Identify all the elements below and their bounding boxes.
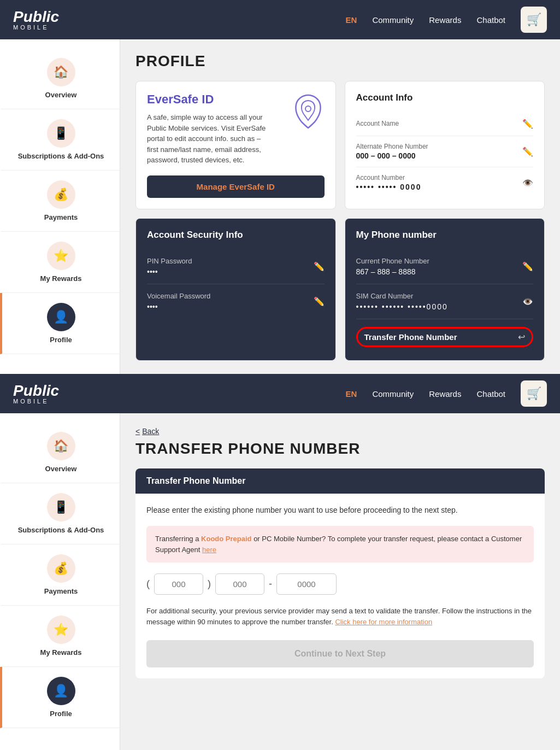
account-name-content: Account Name — [356, 120, 399, 128]
logo-2: Public MOBILE — [13, 383, 59, 405]
logo-public-2: Public — [13, 383, 59, 399]
account-name-edit-icon[interactable]: ✏️ — [522, 119, 533, 129]
dollar-icon-1: 💰 — [47, 180, 75, 209]
account-info-title: Account Info — [356, 92, 534, 103]
nav-rewards-2[interactable]: Rewards — [429, 389, 461, 399]
nav-chatbot-1[interactable]: Chatbot — [476, 15, 505, 25]
account-number-content: Account Number ••••• ••••• 0000 — [356, 174, 422, 191]
nav-community-2[interactable]: Community — [372, 389, 414, 399]
dollar-icon-2: 💰 — [47, 554, 75, 583]
eversafe-icon — [292, 92, 325, 137]
nav-chatbot-2[interactable]: Chatbot — [476, 389, 505, 399]
pin-label: PIN Password — [147, 257, 192, 265]
phone-card: My Phone number Current Phone Number 867… — [345, 218, 545, 361]
transfer-circle[interactable]: Transfer Phone Number ↩ — [356, 327, 534, 347]
logo-1: Public MOBILE — [13, 9, 59, 31]
sidebar-item-payments-2[interactable]: 💰 Payments — [0, 544, 120, 606]
pin-edit-icon[interactable]: ✏️ — [314, 261, 325, 272]
sidebar-1: 🏠 Overview 📱 Subscriptions & Add-Ons 💰 P… — [0, 39, 120, 374]
lang-toggle-2[interactable]: EN — [346, 389, 357, 399]
koodo-here-link[interactable]: here — [202, 546, 216, 554]
account-name-label: Account Name — [356, 120, 399, 127]
sim-eye-icon[interactable]: 👁️ — [522, 296, 533, 307]
voicemail-edit-icon[interactable]: ✏️ — [314, 296, 325, 307]
account-number-label: Account Number — [356, 174, 422, 181]
sidebar-2: 🏠 Overview 📱 Subscriptions & Add-Ons 💰 P… — [0, 413, 120, 750]
main-content-2: < Back TRANSFER PHONE NUMBER Transfer Ph… — [120, 413, 560, 750]
transfer-edit-icon[interactable]: ↩ — [518, 332, 525, 342]
phone-icon-2: 📱 — [47, 493, 75, 522]
cart-button-1[interactable]: 🛒 — [521, 7, 547, 33]
logo-mobile-2: MOBILE — [13, 399, 59, 405]
back-arrow: < — [135, 427, 140, 436]
sim-content: SIM Card Number •••••• •••••• •••••0000 — [356, 292, 448, 311]
sidebar-label-profile-2: Profile — [50, 710, 72, 718]
eversafe-title: EverSafe ID — [147, 92, 267, 107]
sidebar-item-rewards-1[interactable]: ⭐ My Rewards — [0, 232, 120, 293]
nav-right-2: EN Community Rewards Chatbot 🛒 — [346, 380, 547, 407]
alt-phone-edit-icon[interactable]: ✏️ — [522, 147, 533, 157]
voicemail-content: Voicemail Password •••• — [147, 292, 210, 311]
sidebar-label-rewards-2: My Rewards — [40, 648, 82, 657]
phone-input-3[interactable] — [276, 573, 337, 595]
cart-button-2[interactable]: 🛒 — [521, 380, 547, 407]
open-paren: ( — [146, 578, 150, 590]
sim-value: •••••• •••••• •••••0000 — [356, 302, 448, 311]
nav-rewards-1[interactable]: Rewards — [429, 15, 461, 25]
sidebar-label-profile-1: Profile — [50, 336, 72, 344]
transfer-form-body: Please enter the existing phone number y… — [135, 494, 545, 678]
account-number-row: Account Number ••••• ••••• 0000 👁️ — [356, 167, 534, 198]
svg-point-0 — [305, 106, 311, 112]
manage-eversafe-button[interactable]: Manage EverSafe ID — [147, 175, 325, 198]
sidebar-item-overview-1[interactable]: 🏠 Overview — [0, 48, 120, 109]
eversafe-desc: A safe, simple way to access all your Pu… — [147, 112, 267, 166]
security-note: For additional security, your previous s… — [146, 606, 534, 627]
phone-title: My Phone number — [356, 230, 534, 241]
sidebar-item-overview-2[interactable]: 🏠 Overview — [0, 422, 120, 483]
nav-community-1[interactable]: Community — [372, 15, 414, 25]
alt-phone-label: Alternate Phone Number — [356, 143, 428, 150]
sidebar-item-rewards-2[interactable]: ⭐ My Rewards — [0, 606, 120, 667]
continue-button[interactable]: Continue to Next Step — [146, 640, 534, 667]
alt-phone-value: 000 – 000 – 0000 — [356, 151, 428, 160]
back-link[interactable]: < Back — [135, 427, 159, 436]
back-label[interactable]: Back — [142, 427, 159, 436]
sidebar-item-payments-1[interactable]: 💰 Payments — [0, 171, 120, 232]
account-number-eye-icon[interactable]: 👁️ — [522, 178, 533, 188]
voicemail-label: Voicemail Password — [147, 292, 210, 300]
security-title: Account Security Info — [147, 230, 325, 241]
sidebar-item-profile-2[interactable]: 👤 Profile — [0, 667, 120, 728]
voicemail-row: Voicemail Password •••• ✏️ — [147, 284, 325, 319]
transfer-phone-row: Transfer Phone Number ↩ — [356, 319, 534, 349]
phone-icon-1: 📱 — [47, 119, 75, 148]
koodo-notice: Transferring a Koodo Prepaid or PC Mobil… — [146, 526, 534, 562]
sim-row: SIM Card Number •••••• •••••• •••••0000 … — [356, 284, 534, 319]
user-icon-2: 👤 — [47, 677, 75, 705]
header-1: Public MOBILE EN Community Rewards Chatb… — [0, 0, 560, 39]
koodo-brand: Koodo Prepaid — [201, 535, 251, 543]
security-note-link[interactable]: Click here for more information — [335, 618, 432, 626]
page-wrapper-1: 🏠 Overview 📱 Subscriptions & Add-Ons 💰 P… — [0, 39, 560, 374]
page-title-1: PROFILE — [135, 52, 545, 70]
current-phone-edit-icon[interactable]: ✏️ — [522, 261, 533, 272]
sidebar-item-subscriptions-1[interactable]: 📱 Subscriptions & Add-Ons — [0, 109, 120, 171]
star-icon-1: ⭐ — [47, 242, 75, 270]
alt-phone-content: Alternate Phone Number 000 – 000 – 0000 — [356, 143, 428, 160]
nav-right-1: EN Community Rewards Chatbot 🛒 — [346, 7, 547, 33]
phone-input-1[interactable] — [154, 573, 203, 595]
phone-input-2[interactable] — [215, 573, 264, 595]
security-card: Account Security Info PIN Password •••• … — [135, 218, 336, 361]
sidebar-item-subscriptions-2[interactable]: 📱 Subscriptions & Add-Ons — [0, 483, 120, 544]
sidebar-item-profile-1[interactable]: 👤 Profile — [0, 293, 120, 354]
phone-input-row: ( ) - — [146, 573, 534, 595]
current-phone-content: Current Phone Number 867 – 888 – 8888 — [356, 257, 429, 276]
user-icon-1: 👤 — [47, 303, 75, 331]
sidebar-label-overview-2: Overview — [45, 465, 77, 473]
lang-toggle-1[interactable]: EN — [346, 15, 357, 25]
sim-label: SIM Card Number — [356, 292, 448, 300]
transfer-form-header-title: Transfer Phone Number — [146, 476, 245, 485]
home-icon-2: 🏠 — [47, 432, 75, 460]
home-icon-1: 🏠 — [47, 58, 75, 86]
transfer-page-title: TRANSFER PHONE NUMBER — [135, 440, 545, 458]
sidebar-label-subscriptions-1: Subscriptions & Add-Ons — [18, 152, 104, 160]
